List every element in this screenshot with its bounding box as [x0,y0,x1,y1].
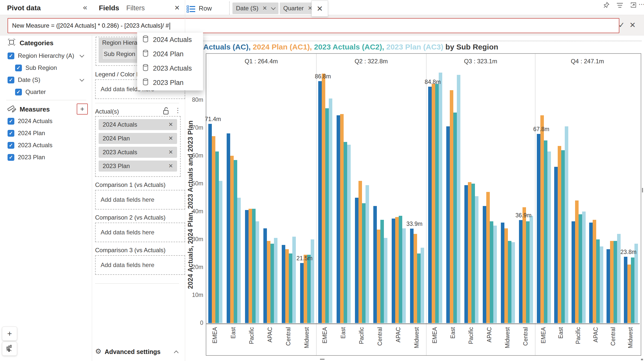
bar-2023-plan[interactable] [439,73,442,323]
bar-2023-plan[interactable] [237,198,241,323]
category-item-sub-region[interactable]: ✓Sub Region [8,62,88,74]
checkbox-checked-icon[interactable]: ✓ [8,77,14,83]
bar-2023-actuals[interactable] [453,113,457,323]
dropdown-item-2023-actuals[interactable]: 2023 Actuals [137,61,203,76]
add-measure-button[interactable]: + [77,104,88,115]
bar-2023-actuals[interactable] [215,151,219,323]
chevron-down-icon[interactable] [271,5,275,10]
measure-item-2024-actuals[interactable]: ✓2024 Actuals [8,115,88,127]
remove-field-icon[interactable]: ✕ [169,163,173,169]
bar-2023-actuals[interactable] [561,150,565,323]
bar-2023-actuals[interactable] [579,214,582,323]
measure-item-2023-actuals[interactable]: ✓2023 Actuals [8,139,88,151]
dropdown-item-2024-actuals[interactable]: 2024 Actuals [137,33,203,47]
comparison-2-drop-zone[interactable]: Add data fields here [95,223,185,242]
bar-2023-plan[interactable] [617,234,621,323]
tab-filters[interactable]: Filters [126,4,145,12]
bar-2023-actuals[interactable] [544,140,547,323]
bar-2024-actuals[interactable] [537,134,540,323]
actuals-chip-2023-plan[interactable]: 2023 Plan✕ [99,161,177,172]
bar-2024-plan[interactable] [358,181,362,323]
bar-2024-plan[interactable] [540,115,544,323]
category-item-quarter[interactable]: ✓Quarter [8,86,88,98]
comparison-1-drop-zone[interactable]: Add data fields here [95,190,185,210]
bar-2024-plan[interactable] [377,230,380,323]
bar-2023-plan[interactable] [274,238,277,323]
bar-2023-actuals[interactable] [307,255,311,323]
bar-2024-actuals[interactable] [464,185,468,323]
bar-2024-plan[interactable] [414,234,417,323]
bar-2024-plan[interactable] [486,192,490,323]
checkbox-checked-icon[interactable]: ✓ [8,130,14,137]
bar-2023-actuals[interactable] [596,239,600,323]
bar-2024-actuals[interactable] [300,263,304,323]
bar-2024-plan[interactable] [610,241,614,323]
bar-2024-plan[interactable] [285,249,289,323]
bar-2023-actuals[interactable] [380,220,384,323]
chart-preview-button[interactable] [2,342,17,356]
tab-fields[interactable]: Fields [99,4,119,12]
remove-field-icon[interactable]: ✕ [169,135,173,142]
bar-2024-actuals[interactable] [519,220,522,323]
bar-2023-plan[interactable] [457,75,460,323]
bar-2024-plan[interactable] [267,241,270,323]
row-chip-sub-region[interactable]: Sub Region [102,48,137,60]
chevron-up-icon[interactable] [174,350,178,355]
bar-2023-plan[interactable] [366,185,369,323]
bar-2024-plan[interactable] [450,90,453,323]
bar-2024-actuals[interactable] [392,219,395,323]
bar-2023-actuals[interactable] [270,244,274,323]
bar-2024-plan[interactable] [558,146,561,323]
measure-item-2024-plan[interactable]: ✓2024 Plan [8,127,88,139]
remove-field-icon[interactable]: ✕ [169,149,173,156]
actuals-chip-2023-actuals[interactable]: 2023 Actuals✕ [99,147,177,158]
bar-2024-actuals[interactable] [337,115,340,323]
checkbox-checked-icon[interactable]: ✓ [8,142,14,149]
measure-item-2023-plan[interactable]: ✓2023 Plan [8,151,88,163]
bar-2023-actuals[interactable] [471,184,475,323]
bar-2024-actuals[interactable] [208,124,212,323]
filter-lines-icon[interactable] [616,3,623,9]
bar-2024-actuals[interactable] [245,210,249,323]
bar-2023-plan[interactable] [329,98,332,323]
field-chip-date[interactable]: Date (S) ✕ [232,3,278,14]
remove-field-icon[interactable]: ✕ [262,5,267,12]
checkbox-checked-icon[interactable]: ✓ [15,89,22,95]
bar-2024-actuals[interactable] [282,245,285,323]
cancel-formula-button[interactable]: ✕ [629,21,636,29]
bar-2024-actuals[interactable] [501,223,504,323]
checkbox-checked-icon[interactable]: ✓ [8,118,14,125]
actuals-drop-zone[interactable]: 2024 Actuals✕2024 Plan✕2023 Actuals✕2023… [95,116,181,177]
measure-autocomplete-dropdown[interactable]: 2024 Actuals2024 Plan2023 Actuals2023 Pl… [137,33,203,90]
bar-2023-actuals[interactable] [631,257,634,323]
more-options-icon[interactable]: ⋯ [638,1,644,8]
bar-2024-plan[interactable] [432,84,435,323]
bar-2023-plan[interactable] [292,237,296,323]
checkbox-checked-icon[interactable]: ✓ [8,154,14,161]
bar-2023-actuals[interactable] [325,108,329,323]
checkbox-checked-icon[interactable]: ✓ [15,65,22,71]
bar-2023-plan[interactable] [493,226,497,323]
bar-2023-plan[interactable] [402,228,406,323]
comparison-3-drop-zone[interactable]: Add data fields here [95,255,185,275]
bar-2023-plan[interactable] [600,246,603,323]
bar-2024-actuals[interactable] [446,126,450,323]
bar-2024-plan[interactable] [395,217,399,323]
bar-2024-actuals[interactable] [263,228,267,323]
kebab-menu-icon[interactable]: ⋮ [175,107,181,114]
bar-2024-plan[interactable] [304,255,307,323]
bar-2023-actuals[interactable] [289,253,292,323]
bar-2024-actuals[interactable] [355,198,358,323]
actuals-chip-2024-plan[interactable]: 2024 Plan✕ [99,133,177,144]
bar-2024-actuals[interactable] [607,249,610,323]
bar-2024-actuals[interactable] [373,206,377,323]
add-visual-button[interactable]: + [2,327,17,341]
bar-2024-actuals[interactable] [624,257,627,323]
bar-2023-plan[interactable] [634,244,638,323]
dropdown-item-2024-plan[interactable]: 2024 Plan [137,47,203,61]
bar-2024-plan[interactable] [593,220,596,323]
popup-close-button[interactable]: ✕ [311,1,328,17]
bar-2023-actuals[interactable] [234,160,237,323]
bar-2024-plan[interactable] [230,156,234,323]
chart-plot-area[interactable]: Q1 : 264.4mEMEAEastPacificAPACCentralMid… [206,53,641,356]
